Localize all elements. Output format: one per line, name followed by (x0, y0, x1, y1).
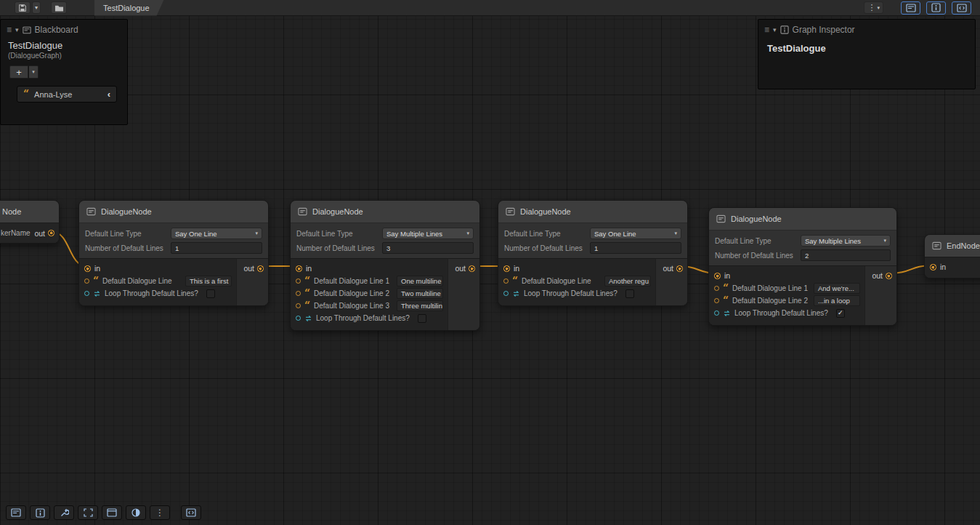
add-property-dropdown[interactable]: ▾ (29, 65, 39, 79)
script-button[interactable] (181, 505, 201, 520)
end-node[interactable]: EndNode in (924, 234, 980, 278)
node-title-bar[interactable]: DialogueNode (498, 201, 687, 223)
save-dropdown-button[interactable]: ▾ (32, 1, 41, 14)
input-port[interactable] (503, 265, 510, 272)
field-label: Number of Default Lines (85, 244, 171, 252)
hamburger-icon[interactable]: ≡ (764, 25, 769, 35)
script-view-toggle-button[interactable] (952, 1, 971, 15)
node-title: DialogueNode (520, 207, 571, 216)
num-lines-input[interactable]: 3 (382, 242, 474, 254)
node-title: DialogueNode (312, 207, 363, 216)
dialogue-line-input[interactable]: Two multiline (397, 288, 443, 299)
graph-inspector-panel[interactable]: ≡ ▾ Graph Inspector TestDialogue (758, 19, 976, 89)
property-port[interactable] (296, 303, 301, 308)
toolbar-menu-button[interactable]: ⋮ ▾ (864, 1, 883, 14)
dropdown-value: Say Multiple Lines (386, 230, 442, 238)
node-fields: Default Line Type Say Multiple Lines ▾ N… (291, 223, 479, 258)
blackboard-toggle-button[interactable] (901, 1, 920, 15)
loop-checkbox[interactable]: ✓ (206, 289, 215, 298)
node-title-bar[interactable]: DialogueNode (709, 208, 896, 230)
dialogue-line-input[interactable]: One multiline (397, 276, 443, 286)
dialogue-line-input[interactable]: This is a first (185, 276, 232, 286)
property-port[interactable] (714, 286, 719, 291)
dialogue-line-input[interactable]: And we're... (814, 283, 860, 294)
property-port[interactable] (296, 291, 301, 296)
blackboard-title: Blackboard (35, 25, 78, 35)
output-port[interactable] (469, 265, 475, 272)
output-port[interactable] (886, 273, 892, 279)
dialogue-node-4[interactable]: DialogueNode Default Line Type Say Multi… (708, 207, 897, 326)
node-title-bar[interactable]: DialogueNode (79, 201, 268, 223)
inspector-button[interactable] (30, 505, 50, 520)
quote-icon: “ (304, 304, 310, 308)
options-button[interactable]: ⋮ (150, 505, 170, 520)
frame-all-button[interactable] (78, 505, 98, 520)
property-port[interactable] (84, 278, 89, 284)
blackboard-button[interactable] (6, 505, 26, 520)
line-type-dropdown[interactable]: Say One Line ▾ (171, 228, 262, 239)
dialogue-node-2[interactable]: DialogueNode Default Line Type Say Multi… (290, 200, 480, 331)
hamburger-icon[interactable]: ≡ (7, 25, 12, 35)
dialogue-line-input[interactable]: ...in a loop (814, 295, 860, 306)
num-lines-input[interactable]: 1 (171, 242, 262, 254)
collapse-arrow-icon[interactable]: ▾ (15, 26, 19, 33)
save-button[interactable] (15, 1, 31, 14)
dialogue-node-icon (716, 215, 726, 223)
chevron-left-icon[interactable]: ‹ (108, 89, 110, 100)
input-port[interactable] (714, 273, 721, 279)
row-label: Default Dialogue Line 2 (732, 297, 808, 305)
line-type-dropdown[interactable]: Say Multiple Lines ▾ (382, 228, 474, 239)
input-port[interactable] (296, 265, 302, 272)
preview-button[interactable] (126, 505, 146, 520)
chevron-down-icon: ▾ (35, 4, 38, 11)
in-port-label: in (94, 264, 100, 273)
node-title-bar[interactable]: Node (0, 201, 59, 223)
dropdown-value: Say Multiple Lines (805, 237, 861, 245)
speaker-node-partial[interactable]: Node kerName out (0, 200, 60, 244)
property-port[interactable] (714, 298, 719, 303)
open-folder-button[interactable] (51, 1, 67, 14)
loop-icon (723, 310, 731, 317)
blackboard-panel[interactable]: ≡ ▾ Blackboard TestDialogue (DialogueGra… (0, 19, 128, 125)
quote-icon: “ (304, 279, 310, 283)
input-port[interactable] (930, 264, 936, 270)
loop-checkbox[interactable]: ✓ (625, 289, 634, 298)
property-port[interactable] (296, 316, 301, 321)
node-port-area: in “ Default Dialogue Line 1 One multili… (291, 258, 479, 330)
tools-button[interactable] (54, 505, 74, 520)
board-button[interactable] (102, 505, 122, 520)
property-port[interactable] (714, 310, 719, 316)
blackboard-header[interactable]: ≡ ▾ Blackboard (1, 20, 127, 39)
property-port[interactable] (503, 278, 509, 284)
out-port-label: out (455, 264, 466, 273)
row-label: Default Dialogue Line (522, 277, 591, 285)
dialogue-node-1[interactable]: DialogueNode Default Line Type Say One L… (78, 200, 269, 306)
property-port[interactable] (296, 278, 301, 284)
output-port[interactable] (257, 265, 264, 272)
blackboard-property-anna-lyse[interactable]: “ Anna-Lyse ‹ (17, 86, 117, 103)
dialogue-line-input[interactable]: Another regu (604, 276, 651, 286)
dialogue-node-3[interactable]: DialogueNode Default Line Type Say One L… (498, 200, 688, 306)
node-title-bar[interactable]: DialogueNode (291, 201, 479, 223)
tab-testdialogue[interactable]: TestDialogue (94, 0, 164, 16)
line-type-dropdown[interactable]: Say Multiple Lines ▾ (801, 235, 891, 247)
dialogue-line-input[interactable]: Three multilin (397, 300, 443, 311)
dialogue-node-icon (506, 207, 515, 216)
loop-checkbox[interactable]: ✓ (836, 309, 845, 318)
add-property-button[interactable]: + (9, 65, 28, 79)
output-port[interactable] (48, 230, 54, 236)
node-title-bar[interactable]: EndNode (925, 235, 980, 257)
output-port[interactable] (676, 265, 683, 272)
num-lines-input[interactable]: 2 (801, 249, 891, 261)
inspector-header[interactable]: ≡ ▾ Graph Inspector (758, 20, 975, 39)
line-type-dropdown[interactable]: Say One Line ▾ (590, 228, 681, 239)
graph-inspector-toggle-button[interactable] (926, 1, 946, 15)
row-label: Loop Through Default Lines? (316, 314, 410, 322)
num-lines-input[interactable]: 1 (590, 242, 681, 254)
property-port[interactable] (84, 291, 89, 296)
loop-checkbox[interactable]: ✓ (418, 314, 426, 323)
property-port[interactable] (503, 291, 509, 296)
collapse-arrow-icon[interactable]: ▾ (773, 26, 777, 33)
kebab-icon: ⋮ (867, 3, 875, 12)
input-port[interactable] (84, 265, 91, 272)
